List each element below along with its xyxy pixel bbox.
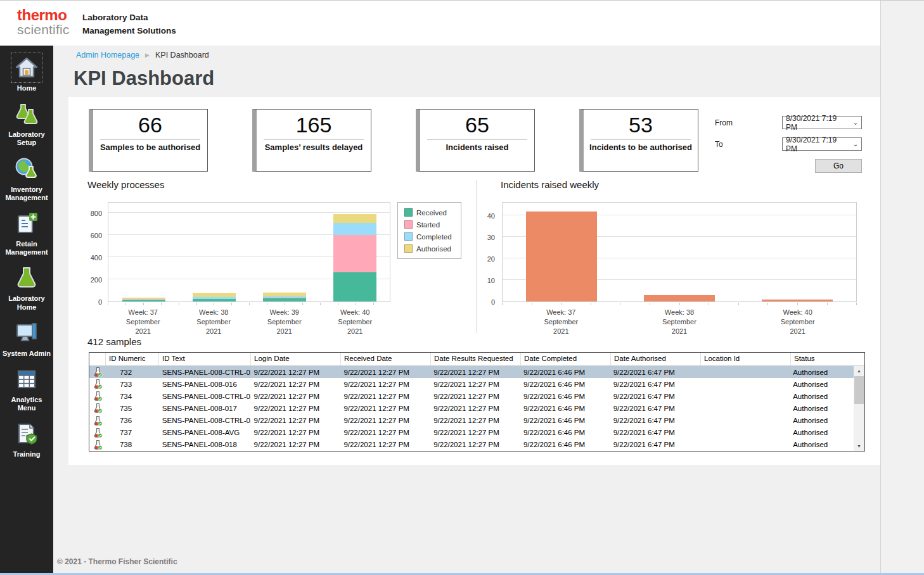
cell-login_date: 9/22/2021 12:27 PM [251, 405, 341, 412]
sidebar-item-home[interactable]: Home [0, 54, 53, 92]
sidebar-item-inventory-management[interactable]: Inventory Management [0, 155, 53, 202]
right-gutter [880, 1, 924, 575]
sample-flask-icon [93, 379, 103, 389]
kpi-value: 65 [420, 113, 534, 137]
table-row[interactable]: 735SENS-PANEL-008-0179/22/2021 12:27 PM9… [89, 402, 854, 414]
two-flasks-icon [14, 101, 39, 127]
bar-week-37 [526, 212, 597, 301]
cell-date_authorised: 9/22/2021 6:47 PM [610, 369, 700, 376]
from-date-select[interactable]: 8/30/2021 7:19 PM ⌄ [782, 116, 862, 129]
cell-date_results_requested: 9/22/2021 12:27 PM [430, 393, 520, 400]
globe-flask-icon [14, 156, 39, 182]
cell-id_numeric: 737 [106, 429, 159, 436]
legend-item-completed: Completed [404, 232, 458, 241]
column-header-received_date[interactable]: Received Date [341, 353, 431, 365]
chart-legend: ReceivedStartedCompletedAuthorised [397, 202, 461, 259]
cell-icon [89, 439, 106, 450]
cell-date_completed: 9/22/2021 6:46 PM [520, 417, 610, 424]
cell-date_completed: 9/22/2021 6:46 PM [520, 393, 610, 400]
table-row[interactable]: 736SENS-PANEL-008-CTRL-0159/22/2021 12:2… [89, 415, 854, 427]
cell-received_date: 9/22/2021 12:27 PM [340, 393, 430, 400]
bar-week-37 [122, 298, 165, 301]
cell-login_date: 9/22/2021 12:27 PM [251, 429, 341, 436]
cell-date_completed: 9/22/2021 6:46 PM [520, 441, 610, 448]
cell-id_numeric: 735 [106, 405, 159, 412]
table-row[interactable]: 733SENS-PANEL-008-0169/22/2021 12:27 PM9… [89, 378, 854, 390]
cell-id_numeric: 733 [106, 381, 159, 388]
column-header-date_authorised[interactable]: Date Authorised [611, 353, 701, 365]
cell-id_numeric: 738 [106, 441, 159, 448]
sidebar-item-training[interactable]: Training [0, 420, 53, 458]
cell-id_numeric: 734 [106, 393, 159, 400]
cell-id_numeric: 732 [106, 369, 159, 376]
incidents-weekly-xlabels: Week: 37September2021Week: 38September20… [502, 304, 857, 336]
cell-date_results_requested: 9/22/2021 12:27 PM [430, 429, 520, 436]
incidents-weekly-yaxis: 010203040 [478, 202, 498, 302]
sample-flask-icon [93, 415, 103, 426]
column-header-date_completed[interactable]: Date Completed [521, 353, 611, 365]
cell-received_date: 9/22/2021 12:27 PM [340, 441, 430, 448]
sidebar-item-analytics-menu[interactable]: Analytics Menu [0, 365, 53, 412]
cell-login_date: 9/22/2021 12:27 PM [251, 393, 341, 400]
scroll-down-icon[interactable]: ▼ [854, 441, 864, 451]
sidebar-item-laboratory-setup[interactable]: Laboratory Setup [0, 100, 53, 147]
sample-flask-icon [93, 403, 103, 414]
table-grid-icon [14, 367, 39, 392]
scrollbar-thumb[interactable] [854, 376, 864, 404]
column-header-id_numeric[interactable]: ID Numeric [106, 353, 159, 365]
cell-login_date: 9/22/2021 12:27 PM [251, 369, 341, 376]
sidebar-item-laboratory-home[interactable]: Laboratory Home [0, 264, 53, 311]
table-row[interactable]: 734SENS-PANEL-008-CTRL-0149/22/2021 12:2… [89, 390, 854, 402]
home-icon [14, 55, 39, 80]
column-header-icon[interactable] [89, 353, 106, 365]
date-filter: From 8/30/2021 7:19 PM ⌄ To 9/30/2021 7:… [715, 116, 862, 173]
app-title-line2: Management Solutions [82, 25, 176, 38]
sidebar-item-label: Laboratory Setup [0, 130, 53, 147]
sidebar-item-system-admin[interactable]: System Admin [0, 319, 53, 358]
scroll-up-icon[interactable]: ▲ [854, 366, 864, 376]
column-header-location_id[interactable]: Location Id [701, 353, 791, 365]
kpi-value: 53 [584, 113, 698, 137]
go-button[interactable]: Go [815, 159, 862, 173]
kpi-card: 66 Samples to be authorised [89, 109, 208, 172]
breadcrumb-arrow-icon: ▶ [145, 52, 150, 58]
bar-week-38 [644, 295, 715, 301]
cell-icon [89, 367, 106, 377]
table-row[interactable]: 732SENS-PANEL-008-CTRL-0139/22/2021 12:2… [89, 366, 854, 378]
app-title: Laboratory Data Management Solutions [82, 11, 176, 38]
incidents-weekly-plot [502, 202, 857, 302]
kpi-label: Incidents to be authorised [584, 142, 698, 153]
legend-item-authorised: Authorised [404, 244, 458, 253]
cell-received_date: 9/22/2021 12:27 PM [340, 369, 430, 376]
cell-id_text: SENS-PANEL-008-018 [159, 441, 251, 448]
cell-id_text: SENS-PANEL-008-AVG [159, 429, 251, 436]
cell-date_authorised: 9/22/2021 6:47 PM [610, 417, 700, 424]
breadcrumb-admin-homepage[interactable]: Admin Homepage [76, 51, 139, 60]
cell-date_authorised: 9/22/2021 6:47 PM [610, 441, 700, 448]
cell-status: Authorised [790, 417, 854, 424]
kpi-row: 66 Samples to be authorised 165 Samples’… [89, 109, 698, 172]
cell-status: Authorised [790, 381, 854, 388]
sample-flask-icon [93, 367, 103, 377]
column-header-id_text[interactable]: ID Text [159, 353, 251, 365]
vertical-scrollbar[interactable]: ▲ ▼ [854, 366, 864, 451]
column-header-date_results_requested[interactable]: Date Results Requested [431, 353, 521, 365]
cell-date_results_requested: 9/22/2021 12:27 PM [430, 441, 520, 448]
cell-date_results_requested: 9/22/2021 12:27 PM [430, 381, 520, 388]
kpi-value: 66 [93, 113, 207, 137]
column-header-status[interactable]: Status [791, 353, 855, 365]
to-date-select[interactable]: 9/30/2021 7:19 PM ⌄ [782, 137, 862, 151]
cell-id_text: SENS-PANEL-008-CTRL-014 [159, 393, 251, 400]
samples-table: ID NumericID TextLogin DateReceived Date… [89, 352, 865, 452]
sidebar-item-label: System Admin [0, 350, 53, 358]
sidebar-item-retain-management[interactable]: Retain Management [0, 210, 53, 256]
table-row[interactable]: 737SENS-PANEL-008-AVG9/22/2021 12:27 PM9… [89, 427, 854, 439]
table-row[interactable]: 738SENS-PANEL-008-0189/22/2021 12:27 PM9… [89, 439, 854, 451]
cell-date_authorised: 9/22/2021 6:47 PM [610, 429, 700, 436]
column-header-login_date[interactable]: Login Date [251, 353, 341, 365]
cell-id_text: SENS-PANEL-008-017 [159, 405, 251, 412]
flask-icon [14, 265, 39, 291]
cell-date_authorised: 9/22/2021 6:47 PM [610, 405, 700, 412]
samples-table-body: 732SENS-PANEL-008-CTRL-0139/22/2021 12:2… [89, 366, 854, 451]
cell-status: Authorised [790, 405, 854, 412]
